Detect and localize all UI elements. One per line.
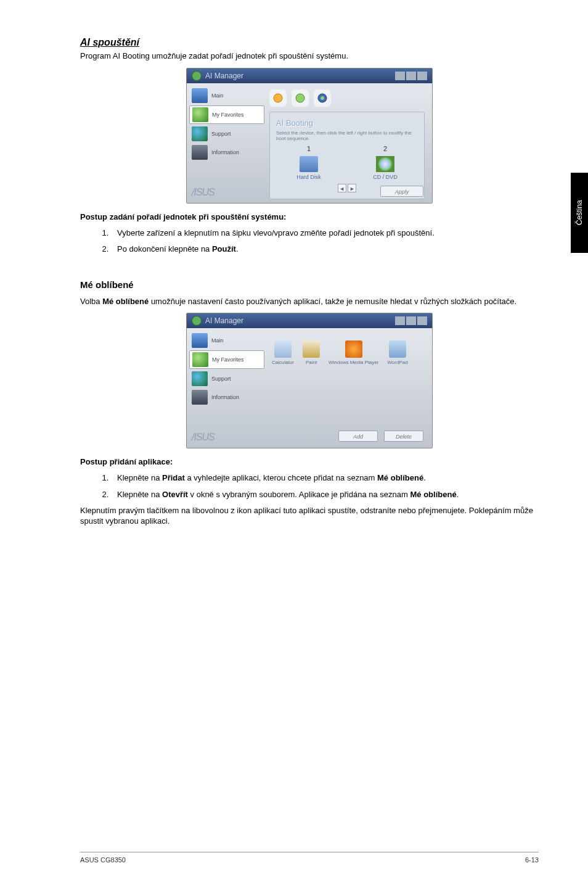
svg-point-0: [274, 94, 282, 102]
window-title: AI Manager: [205, 72, 243, 80]
window-title: AI Manager: [205, 316, 243, 325]
wordpad-icon: [389, 340, 406, 358]
list-item: Po dokončení klepněte na Použít.: [111, 244, 539, 255]
sidebar-label: Main: [211, 93, 224, 99]
favorites-intro: Volba Mé oblíbené umožňuje nastavení čas…: [80, 296, 539, 307]
sidebar-label: Main: [211, 337, 224, 344]
sidebar-item-support[interactable]: Support: [189, 125, 264, 142]
sidebar-label: Information: [211, 394, 239, 400]
boot-device-2[interactable]: 2 CD / DVD: [354, 145, 416, 180]
sidebar-label: Information: [211, 149, 239, 155]
brand-logo: /ISUS: [192, 187, 214, 198]
monitor-icon: [192, 88, 208, 103]
tool-booting-icon[interactable]: [314, 89, 331, 107]
add-steps-list: Klepněte na Přidat a vyhledejte aplikaci…: [80, 472, 539, 500]
cddvd-icon: [376, 156, 394, 172]
favorite-label: Paint: [303, 360, 320, 365]
screenshot-ai-booting: AI Manager Main My Favorites Support Inf…: [186, 68, 433, 204]
add-procedure-heading: Postup přidání aplikace:: [80, 457, 539, 466]
screenshot-my-favorites: AI Manager Main My Favorites Support Inf…: [186, 313, 433, 448]
favorite-app-paint[interactable]: Paint: [303, 340, 320, 365]
calculator-icon: [274, 340, 292, 358]
svg-point-1: [296, 94, 304, 102]
media-player-icon: [345, 340, 362, 358]
app-logo-icon: [192, 71, 202, 81]
svg-point-3: [321, 96, 324, 100]
delete-button[interactable]: Delete: [384, 431, 423, 442]
boot-device-label: Hard Disk: [278, 174, 340, 180]
boot-order-number: 1: [278, 145, 340, 152]
boot-procedure-heading: Postup zadání pořadí jednotek při spoušt…: [80, 212, 539, 221]
arrow-left-button[interactable]: ◄: [338, 184, 346, 192]
favorite-label: WordPad: [387, 360, 407, 365]
harddisk-icon: [300, 156, 318, 172]
language-tab: Čeština: [571, 173, 588, 253]
outro-paragraph: Klepnutím pravým tlačítkem na libovolnou…: [80, 505, 539, 527]
panel-title: AI Booting: [276, 118, 418, 128]
favorites-heading: Mé oblíbené: [80, 279, 539, 290]
list-item: Klepněte na Otevřít v okně s vybraným so…: [111, 489, 539, 500]
sidebar-label: Support: [211, 376, 231, 382]
brand-logo: /ISUS: [192, 432, 214, 443]
tool-probe-icon[interactable]: [269, 89, 287, 107]
sidebar-item-information[interactable]: Information: [189, 389, 264, 406]
panel-description: Select the device, then click the left /…: [276, 130, 418, 141]
sidebar-label: My Favorites: [212, 112, 244, 118]
favorite-label: Calculator: [272, 360, 294, 365]
paint-icon: [303, 340, 320, 358]
support-icon: [192, 371, 208, 386]
sidebar-item-favorites[interactable]: My Favorites: [189, 105, 264, 124]
favorite-app-calculator[interactable]: Calculator: [272, 340, 294, 365]
globe-icon: [192, 107, 208, 122]
globe-icon: [192, 352, 208, 367]
sidebar-item-favorites[interactable]: My Favorites: [189, 350, 264, 369]
favorite-app-wmp[interactable]: Windows Media Player: [329, 340, 378, 365]
sidebar-item-main[interactable]: Main: [189, 87, 264, 104]
list-item: Klepněte na Přidat a vyhledejte aplikaci…: [111, 472, 539, 484]
boot-order-number: 2: [354, 145, 416, 152]
sidebar-item-main[interactable]: Main: [189, 332, 264, 349]
sidebar-label: Support: [211, 131, 231, 137]
sidebar-item-information[interactable]: Information: [189, 144, 264, 161]
app-logo-icon: [192, 316, 202, 326]
favorite-app-wordpad[interactable]: WordPad: [387, 340, 407, 365]
support-icon: [192, 126, 208, 141]
boot-steps-list: Vyberte zařízení a klepnutím na šipku vl…: [80, 228, 539, 255]
monitor-icon: [192, 333, 208, 348]
arrow-right-button[interactable]: ►: [348, 184, 356, 192]
chip-icon: [192, 390, 208, 405]
footer-product: ASUS CG8350: [80, 856, 126, 864]
chip-icon: [192, 145, 208, 160]
boot-device-label: CD / DVD: [354, 174, 416, 180]
window-controls: [395, 316, 427, 325]
apply-button[interactable]: Apply: [380, 186, 423, 197]
tool-recovery-icon[interactable]: [292, 89, 309, 107]
ai-boot-heading: AI spouštění: [80, 37, 539, 48]
sidebar-item-support[interactable]: Support: [189, 370, 264, 387]
boot-device-1[interactable]: 1 Hard Disk: [278, 145, 340, 180]
add-button[interactable]: Add: [338, 431, 378, 442]
sidebar-label: My Favorites: [212, 357, 244, 363]
ai-boot-intro: Program AI Booting umožňuje zadat pořadí…: [80, 51, 539, 62]
list-item: Vyberte zařízení a klepnutím na šipku vl…: [111, 228, 539, 239]
favorite-label: Windows Media Player: [329, 360, 378, 365]
footer-page-number: 6-13: [525, 856, 539, 864]
window-controls: [395, 72, 427, 80]
